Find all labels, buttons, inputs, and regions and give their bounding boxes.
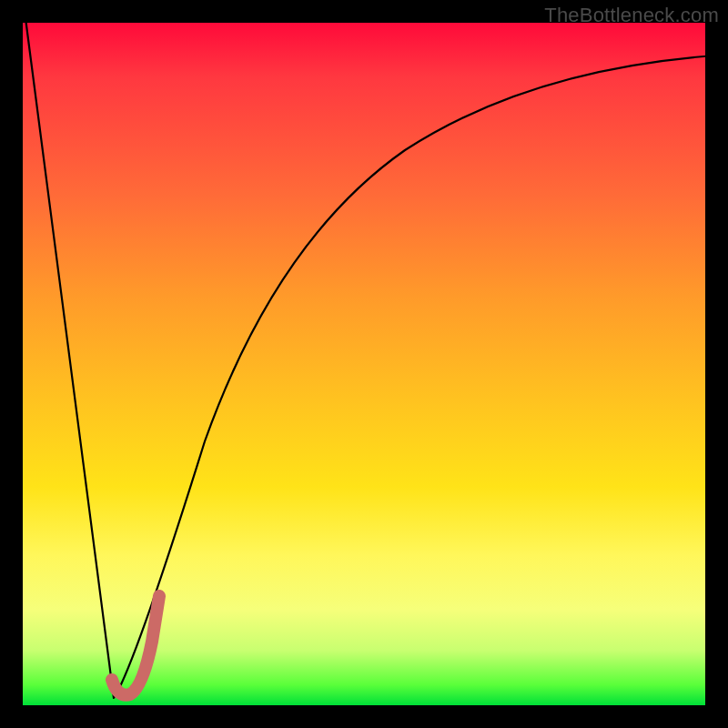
chart-frame: TheBottleneck.com [0,0,728,728]
bottleneck-curve [25,18,714,698]
accent-j-mark [112,596,159,695]
chart-svg [23,23,705,705]
watermark-text: TheBottleneck.com [544,4,719,27]
